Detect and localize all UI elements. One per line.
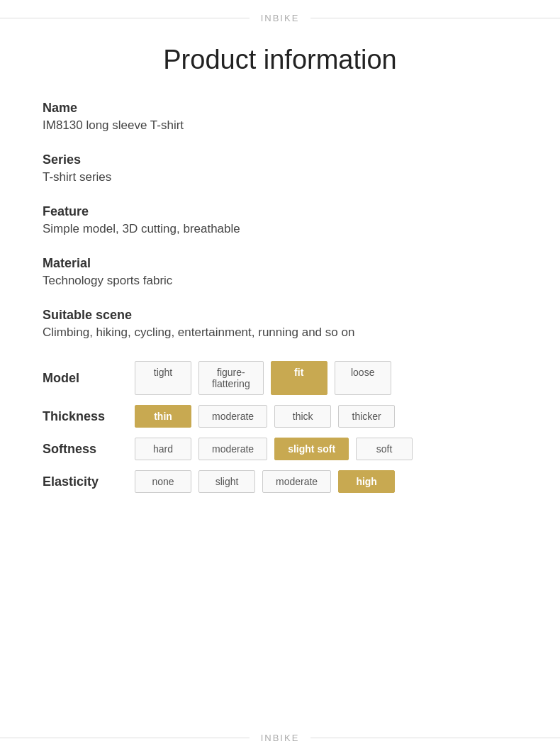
attr-option-none[interactable]: none	[135, 470, 191, 493]
suitable-scene-label: Suitable scene	[43, 308, 517, 323]
main-content: Product information Name IM8130 long sle…	[0, 30, 560, 726]
info-fields: Name IM8130 long sleeve T-shirt Series T…	[43, 101, 517, 340]
attr-option-hard[interactable]: hard	[135, 438, 191, 460]
attr-row-softness: Softness hard moderate slight soft soft	[43, 438, 517, 460]
attr-label-elasticity: Elasticity	[43, 474, 135, 489]
attr-option-tight[interactable]: tight	[135, 361, 191, 395]
attr-option-high[interactable]: high	[338, 470, 395, 493]
info-name: Name IM8130 long sleeve T-shirt	[43, 101, 517, 133]
material-value: Technology sports fabric	[43, 274, 517, 288]
name-label: Name	[43, 101, 517, 116]
attr-row-model: Model tight figure- flattering fit loose	[43, 361, 517, 395]
attr-label-model: Model	[43, 371, 135, 386]
attr-option-figure-flattering[interactable]: figure- flattering	[198, 361, 264, 395]
header-line-left	[0, 18, 250, 18]
footer-line-right	[310, 738, 560, 738]
attr-label-thickness: Thickness	[43, 409, 135, 424]
attr-option-thick[interactable]: thick	[274, 405, 331, 428]
header-line-right	[310, 18, 560, 18]
page-wrapper: INBIKE Product information Name IM8130 l…	[0, 0, 560, 756]
attr-option-moderate-softness[interactable]: moderate	[198, 438, 267, 460]
footer-line-left	[0, 738, 250, 738]
attr-option-moderate-thickness[interactable]: moderate	[198, 405, 267, 428]
footer-brand: INBIKE	[250, 733, 311, 743]
info-feature: Feature Simple model, 3D cutting, breath…	[43, 204, 517, 236]
header-bar: INBIKE	[0, 0, 560, 30]
footer-bar: INBIKE	[0, 726, 560, 756]
attr-options-softness: hard moderate slight soft soft	[135, 438, 413, 460]
attr-label-softness: Softness	[43, 442, 135, 457]
attr-option-thin[interactable]: thin	[135, 405, 191, 428]
attr-option-moderate-elasticity[interactable]: moderate	[262, 470, 331, 493]
attr-option-soft[interactable]: soft	[356, 438, 413, 460]
series-label: Series	[43, 152, 517, 167]
attributes-section: Model tight figure- flattering fit loose…	[43, 361, 517, 493]
attr-options-elasticity: none slight moderate high	[135, 470, 395, 493]
info-suitable-scene: Suitable scene Climbing, hiking, cycling…	[43, 308, 517, 340]
name-value: IM8130 long sleeve T-shirt	[43, 118, 517, 133]
material-label: Material	[43, 256, 517, 271]
attr-row-elasticity: Elasticity none slight moderate high	[43, 470, 517, 493]
header-brand: INBIKE	[250, 13, 311, 23]
info-material: Material Technology sports fabric	[43, 256, 517, 288]
attr-row-thickness: Thickness thin moderate thick thicker	[43, 405, 517, 428]
suitable-scene-value: Climbing, hiking, cycling, entertainment…	[43, 326, 517, 340]
attr-option-fit[interactable]: fit	[271, 361, 327, 395]
series-value: T-shirt series	[43, 170, 517, 184]
info-series: Series T-shirt series	[43, 152, 517, 184]
attr-options-model: tight figure- flattering fit loose	[135, 361, 391, 395]
attr-option-slight-soft[interactable]: slight soft	[274, 438, 349, 460]
attr-option-loose[interactable]: loose	[335, 361, 391, 395]
feature-label: Feature	[43, 204, 517, 219]
feature-value: Simple model, 3D cutting, breathable	[43, 222, 517, 236]
attr-option-thicker[interactable]: thicker	[338, 405, 395, 428]
page-title: Product information	[43, 45, 517, 75]
attr-option-slight-elasticity[interactable]: slight	[198, 470, 255, 493]
attr-options-thickness: thin moderate thick thicker	[135, 405, 395, 428]
